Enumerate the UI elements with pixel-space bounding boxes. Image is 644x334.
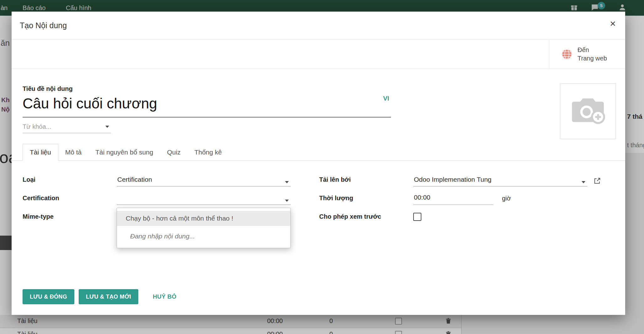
content-title-input[interactable]: Câu hỏi cuối chương (23, 95, 391, 112)
tab-tai-lieu[interactable]: Tài liệu (23, 144, 58, 161)
allow-preview-label: Cho phép xem trước (319, 212, 413, 220)
duration-unit: giờ (502, 195, 511, 205)
discard-button[interactable]: HUỶ BỎ (153, 293, 177, 300)
image-upload-box[interactable] (560, 83, 616, 139)
close-icon[interactable]: × (610, 18, 616, 29)
globe-icon (561, 49, 573, 60)
dialog-footer: LƯU & ĐÓNG LƯU & TẠO MỚI HUỶ BỎ (12, 289, 625, 315)
uploaded-by-value: Odoo Implemenation Tung (414, 176, 492, 183)
goto-website-button[interactable]: Đến Trang web (549, 40, 625, 69)
save-new-button[interactable]: LƯU & TẠO MỚI (79, 289, 138, 304)
allow-preview-checkbox[interactable] (413, 213, 421, 221)
uploaded-by-label: Tải lên bởi (319, 175, 413, 183)
create-content-dialog: Tạo Nội dung × Đến Trang web Tiêu đề nội… (12, 12, 625, 315)
duration-label: Thời lượng (319, 194, 413, 202)
notebook-tabs: Tài liệu Mô tả Tài nguyên bổ sung Quiz T… (12, 144, 625, 161)
type-label: Loại (23, 175, 117, 183)
camera-plus-icon (569, 94, 607, 128)
dropdown-option[interactable]: Chạy bộ - hơn cả một môn thể thao ! (117, 211, 290, 226)
dialog-sheet: Tiêu đề nội dung Câu hỏi cuối chương VI … (12, 69, 625, 289)
caret-down-icon (582, 181, 585, 183)
caret-down-icon (285, 200, 289, 202)
type-select[interactable]: Certification (117, 175, 291, 186)
form-column-right: Tải lên bởi Odoo Implemenation Tung Thời… (319, 175, 613, 228)
duration-input[interactable]: 00:00 (413, 194, 493, 205)
language-badge[interactable]: VI (383, 95, 389, 102)
tags-placeholder: Từ khóa... (23, 123, 51, 130)
form-column-left: Loại Certification Certification (23, 175, 319, 228)
dialog-statusbar: Đến Trang web (12, 40, 625, 69)
goto-website-line2: Trang web (578, 55, 607, 62)
tab-quiz[interactable]: Quiz (160, 144, 187, 160)
goto-website-line1: Đến (578, 46, 589, 53)
mimetype-label: Mime-type (23, 212, 117, 220)
content-title-label: Tiêu đề nội dung (23, 85, 613, 92)
tab-tai-nguyen-bo-sung[interactable]: Tài nguyên bổ sung (88, 144, 160, 160)
save-close-button[interactable]: LƯU & ĐÓNG (23, 289, 74, 304)
certification-select[interactable] (117, 194, 291, 205)
tab-content-document: Loại Certification Certification (23, 161, 613, 228)
goto-website-label: Đến Trang web (578, 46, 607, 63)
certification-dropdown: Chạy bộ - hơn cả một môn thể thao ! Đang… (117, 208, 291, 248)
caret-down-icon (105, 126, 109, 128)
type-select-value: Certification (117, 176, 152, 183)
dialog-header: Tạo Nội dung × (12, 12, 625, 40)
dialog-title: Tạo Nội dung (20, 21, 67, 30)
tags-input[interactable]: Từ khóa... (23, 117, 111, 133)
tab-mo-ta[interactable]: Mô tả (58, 144, 89, 160)
caret-down-icon (285, 181, 289, 183)
certification-label: Certification (23, 194, 117, 202)
external-link-icon[interactable] (594, 177, 601, 186)
content-title-field: Câu hỏi cuối chương VI (23, 95, 391, 117)
tab-thong-ke[interactable]: Thống kê (187, 144, 229, 160)
uploaded-by-select[interactable]: Odoo Implemenation Tung (413, 175, 587, 186)
dropdown-option-loading: Đang nhập nội dung... (117, 229, 290, 244)
